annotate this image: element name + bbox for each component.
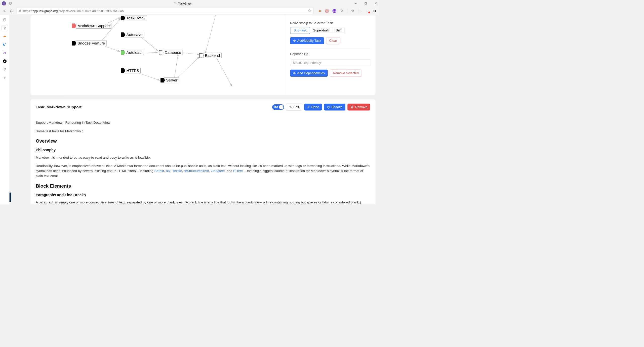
node-database[interactable]: Database	[163, 50, 183, 55]
sidebar-cloudflare-icon[interactable]	[2, 33, 8, 39]
link-atx[interactable]: atx	[166, 169, 170, 173]
expand-fab[interactable]	[10, 193, 11, 202]
edit-button[interactable]: ✎Edit	[286, 104, 302, 111]
sidebar-triangle-icon[interactable]	[2, 58, 8, 64]
svg-line-20	[174, 54, 178, 80]
more-icon[interactable]: ⋯	[365, 9, 369, 13]
sidebar-tabs-icon[interactable]	[2, 17, 8, 23]
page-title: TaskGraph	[178, 2, 192, 5]
node-https[interactable]: HTTPS	[125, 68, 141, 73]
philosophy-text: Markdown is intended to be as easy-to-re…	[36, 155, 370, 160]
ext-lang-icon[interactable]: EN	[332, 9, 336, 13]
node-server[interactable]: Server	[165, 77, 179, 83]
graph-canvas[interactable]: Task Detail Markdown Support Autosave Sn…	[30, 15, 285, 95]
plus-circle-icon: ⊕	[293, 71, 296, 75]
done-button[interactable]: ✔Done	[304, 104, 322, 110]
remove-button[interactable]: 🗑Remove	[347, 104, 370, 110]
svg-rect-7	[375, 10, 376, 12]
maximize-button[interactable]	[364, 2, 368, 5]
plus-circle-icon: ⊕	[293, 39, 296, 42]
relationship-label: Relationship to Selected Task	[290, 21, 371, 25]
link-grutatext[interactable]: Grutatext	[211, 169, 225, 173]
ext-monkey-icon[interactable]: 🐵	[317, 9, 321, 13]
markdown-toggle[interactable]: MD	[272, 104, 284, 110]
seg-supertask[interactable]: Super-task	[310, 27, 332, 34]
link-rst[interactable]: reStructuredText	[184, 169, 209, 173]
ext-adblock-icon[interactable]	[325, 9, 329, 13]
svg-marker-5	[326, 10, 328, 12]
sidebar-digitalocean-icon[interactable]	[2, 41, 8, 48]
paragraphs-text: A paragraph is simply one or more consec…	[36, 200, 370, 204]
readability-text: Readability, however, is emphasized abov…	[36, 163, 370, 179]
back-button[interactable]	[2, 9, 7, 13]
intro-line-1: Support Markdown Rendering in Task Detai…	[36, 120, 370, 125]
add-dependencies-button[interactable]: ⊕Add Dependencies	[290, 70, 328, 77]
svg-rect-4	[19, 11, 21, 12]
favorites-icon[interactable]	[351, 9, 355, 13]
link-setext[interactable]: Setext	[154, 169, 164, 173]
heading-philosophy: Philosophy	[36, 147, 370, 153]
node-backend[interactable]: Backend	[203, 53, 222, 58]
svg-rect-6	[374, 10, 375, 12]
check-circle-icon: ✔	[307, 105, 310, 109]
node-autosave[interactable]: Autosave	[125, 32, 144, 37]
link-textile[interactable]: Textile	[172, 169, 182, 173]
svg-marker-10	[4, 61, 6, 62]
svg-line-22	[205, 15, 216, 54]
seg-subtask[interactable]: Sub-task	[290, 27, 310, 34]
svg-line-23	[216, 56, 232, 86]
add-modify-task-button[interactable]: ⊕Add/Modify Task	[290, 37, 324, 44]
snooze-button[interactable]: ◷Snooze	[324, 104, 345, 110]
reload-button[interactable]	[10, 9, 14, 13]
node-task-detail[interactable]: Task Detail	[125, 15, 147, 21]
node-markdown[interactable]: Markdown Support	[76, 23, 111, 29]
add-tab-icon[interactable]	[2, 75, 8, 81]
intro-line-2: Some test texts for Markdown：	[36, 128, 370, 134]
lock-icon	[19, 9, 22, 13]
heading-paragraphs: Paragraphs and Line Breaks	[36, 192, 370, 198]
address-bar[interactable]: https://app.taskgraph.org/projects/e2498…	[17, 8, 313, 14]
seg-self[interactable]: Self	[332, 27, 344, 34]
profile-avatar-icon[interactable]	[2, 1, 6, 5]
site-icon	[174, 2, 177, 5]
extensions-icon[interactable]	[340, 9, 344, 13]
remove-selected-button[interactable]: Remove Selected	[330, 70, 362, 77]
sidebar-vs-icon[interactable]	[2, 50, 8, 56]
clock-icon-2: ◷	[327, 105, 330, 109]
node-autoload[interactable]: Autoload	[125, 50, 143, 55]
heading-block-elements: Block Elements	[36, 182, 370, 189]
pencil-icon: ✎	[289, 105, 292, 109]
link-ettext[interactable]: EtText	[233, 169, 243, 173]
svg-rect-8	[4, 19, 6, 21]
sidebar-hourglass-icon[interactable]	[2, 66, 8, 73]
select-dependency-input[interactable]: Select Dependency	[290, 60, 371, 66]
heading-overview: Overview	[36, 138, 370, 145]
svg-rect-1	[365, 3, 367, 4]
close-button[interactable]	[374, 2, 378, 5]
clear-button[interactable]: Clear	[326, 37, 340, 44]
relationship-segment: Sub-task Super-task Self	[290, 27, 345, 34]
url-text: https://app.taskgraph.org/projects/e2498…	[23, 9, 124, 13]
split-screen-icon[interactable]	[373, 9, 377, 13]
workspaces-icon[interactable]	[8, 1, 12, 5]
node-snooze[interactable]: Snooze Feature	[76, 40, 107, 46]
sidebar-taskgraph-icon[interactable]	[2, 25, 8, 31]
favorite-icon[interactable]	[308, 9, 311, 13]
downloads-icon[interactable]	[358, 9, 362, 13]
minimize-button[interactable]	[354, 2, 357, 5]
trash-icon: 🗑	[350, 105, 354, 109]
depends-on-label: Depends On	[290, 52, 371, 56]
task-detail-title: Task: Markdown Support	[36, 105, 82, 109]
